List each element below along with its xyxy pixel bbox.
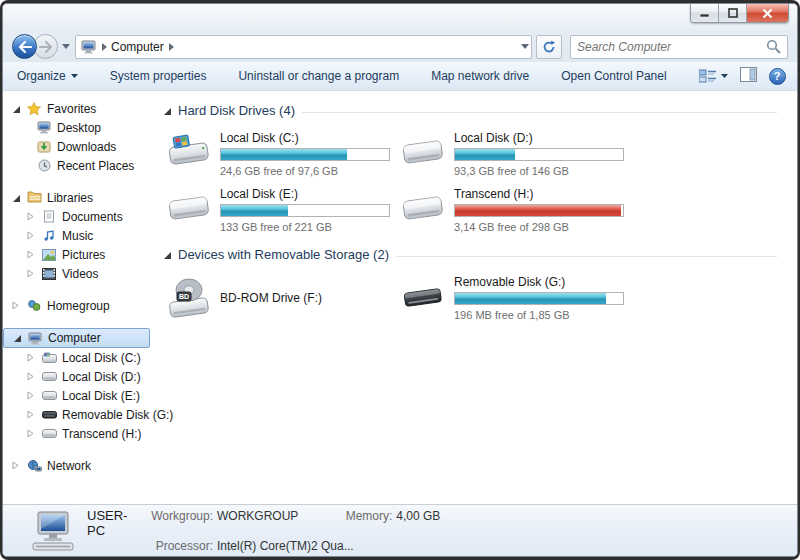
favorites-group: Favorites Desktop Downloads Recent Place…: [3, 99, 153, 175]
sidebar-item-label: Local Disk (E:): [62, 389, 140, 403]
drive-item-local-disk-c[interactable]: Local Disk (C:) 24,6 GB free of 97,6 GB: [165, 130, 399, 177]
expander-collapsed-icon[interactable]: [27, 250, 36, 259]
help-glyph: ?: [774, 70, 781, 82]
sidebar-item-recent-places[interactable]: Recent Places: [3, 156, 153, 175]
drive-capacity-caption: 133 GB free of 221 GB: [220, 221, 392, 233]
capacity-bar-fill: [455, 205, 621, 216]
sidebar-item-local-disk-c[interactable]: Local Disk (C:): [3, 348, 153, 367]
removable-storage-grid: BD BD-ROM Drive (F:) Removable Disk (G:): [165, 274, 777, 321]
sidebar-item-removable-disk-g[interactable]: Removable Disk (G:): [3, 405, 153, 424]
sidebar-item-homegroup[interactable]: Homegroup: [3, 296, 153, 315]
drive-item-transcend-h[interactable]: Transcend (H:) 3,14 GB free of 298 GB: [399, 186, 633, 233]
videos-icon: [41, 266, 57, 281]
sidebar-item-local-disk-e[interactable]: Local Disk (E:): [3, 386, 153, 405]
search-input[interactable]: [577, 40, 766, 54]
search-icon[interactable]: [766, 39, 781, 54]
system-drive-icon: [165, 130, 213, 174]
title-bar[interactable]: [3, 4, 797, 31]
expander-collapsed-icon[interactable]: [27, 353, 36, 362]
system-properties-button[interactable]: System properties: [110, 69, 207, 83]
sidebar-item-libraries[interactable]: Libraries: [3, 188, 153, 207]
drive-name: Removable Disk (G:): [454, 275, 626, 289]
computer-icon: [81, 40, 97, 54]
open-control-panel-button[interactable]: Open Control Panel: [561, 69, 666, 83]
expander-collapsed-icon[interactable]: [12, 301, 21, 310]
refresh-button[interactable]: [536, 35, 562, 59]
sidebar-item-downloads[interactable]: Downloads: [3, 137, 153, 156]
libraries-icon: [26, 190, 42, 205]
drive-item-removable-disk-g[interactable]: Removable Disk (G:) 196 MB free of 1,85 …: [399, 274, 633, 321]
workgroup-label: Workgroup:: [143, 509, 213, 523]
system-drive-icon: [41, 350, 57, 365]
help-button[interactable]: ?: [769, 68, 786, 85]
expander-collapsed-icon[interactable]: [27, 231, 36, 240]
section-title: Devices with Removable Storage (2): [178, 247, 389, 262]
sidebar-item-label: Local Disk (C:): [62, 351, 141, 365]
sidebar-item-pictures[interactable]: Pictures: [3, 245, 153, 264]
expander-collapsed-icon[interactable]: [27, 429, 36, 438]
minimize-button[interactable]: [691, 4, 719, 22]
drive-info: Removable Disk (G:) 196 MB free of 1,85 …: [454, 274, 626, 321]
sidebar-item-label: Documents: [62, 210, 123, 224]
sidebar-item-label: Network: [47, 459, 91, 473]
computer-group: Computer Local Disk (C:) Local Disk (D:)…: [3, 328, 153, 443]
views-icon: [699, 69, 717, 84]
expander-collapsed-icon[interactable]: [27, 372, 36, 381]
expander-collapsed-icon[interactable]: [27, 212, 36, 221]
expander-expanded-icon[interactable]: [13, 334, 22, 342]
forward-arrow-icon: [39, 41, 53, 53]
sidebar-item-documents[interactable]: Documents: [3, 207, 153, 226]
back-button[interactable]: [12, 34, 37, 59]
toolbar-item-label: System properties: [110, 69, 207, 83]
breadcrumb-chevron-icon[interactable]: [168, 43, 174, 51]
sidebar-item-desktop[interactable]: Desktop: [3, 118, 153, 137]
sidebar-item-computer[interactable]: Computer: [3, 328, 150, 348]
expander-expanded-icon[interactable]: [12, 105, 21, 113]
drive-item-local-disk-e[interactable]: Local Disk (E:) 133 GB free of 221 GB: [165, 186, 399, 233]
sidebar-item-music[interactable]: Music: [3, 226, 153, 245]
close-button[interactable]: [747, 4, 788, 22]
section-header-removable-storage[interactable]: Devices with Removable Storage (2): [163, 247, 777, 262]
map-network-drive-button[interactable]: Map network drive: [431, 69, 529, 83]
chevron-down-icon: [71, 74, 78, 78]
sidebar-item-network[interactable]: Network: [3, 456, 153, 475]
details-pane: USER-PC Workgroup:WORKGROUP Memory:4,00 …: [3, 504, 797, 556]
address-dropdown-icon[interactable]: [521, 44, 529, 49]
change-view-button[interactable]: [699, 69, 728, 84]
sidebar-item-label: Recent Places: [57, 159, 134, 173]
preview-pane-button[interactable]: [740, 67, 757, 85]
sidebar-item-label: Transcend (H:): [62, 427, 142, 441]
homegroup-icon: [26, 298, 42, 313]
sidebar-item-favorites[interactable]: Favorites: [3, 99, 153, 118]
expander-collapsed-icon[interactable]: [27, 391, 36, 400]
sidebar-item-transcend-h[interactable]: Transcend (H:): [3, 424, 153, 443]
breadcrumb-chevron-icon: [101, 43, 107, 51]
maximize-button[interactable]: [719, 4, 747, 22]
computer-name: USER-PC: [87, 508, 143, 538]
sidebar-item-local-disk-d[interactable]: Local Disk (D:): [3, 367, 153, 386]
uninstall-program-button[interactable]: Uninstall or change a program: [238, 69, 399, 83]
organize-button[interactable]: Organize: [17, 69, 78, 83]
details-text: USER-PC Workgroup:WORKGROUP Memory:4,00 …: [87, 507, 440, 554]
sidebar-item-label: Libraries: [47, 191, 93, 205]
documents-icon: [41, 209, 57, 224]
capacity-bar-fill: [455, 149, 515, 160]
minimize-icon: [700, 9, 710, 18]
section-title: Hard Disk Drives (4): [178, 103, 295, 118]
drive-item-bd-rom-f[interactable]: BD BD-ROM Drive (F:): [165, 274, 399, 321]
expander-collapsed-icon[interactable]: [27, 410, 36, 419]
drive-item-local-disk-d[interactable]: Local Disk (D:) 93,3 GB free of 146 GB: [399, 130, 633, 177]
expander-expanded-icon[interactable]: [12, 194, 21, 202]
search-box: [570, 35, 788, 59]
sidebar-item-videos[interactable]: Videos: [3, 264, 153, 283]
sidebar-item-label: Downloads: [57, 140, 116, 154]
expander-collapsed-icon[interactable]: [12, 461, 21, 470]
expander-collapsed-icon[interactable]: [27, 269, 36, 278]
address-bar[interactable]: Computer: [75, 35, 532, 59]
capacity-bar: [220, 204, 390, 217]
section-header-hard-disk-drives[interactable]: Hard Disk Drives (4): [163, 103, 777, 118]
hard-drive-icon: [41, 369, 57, 384]
breadcrumb-location[interactable]: Computer: [111, 40, 164, 54]
drive-name: BD-ROM Drive (F:): [220, 291, 392, 305]
history-dropdown-icon[interactable]: [62, 44, 70, 49]
